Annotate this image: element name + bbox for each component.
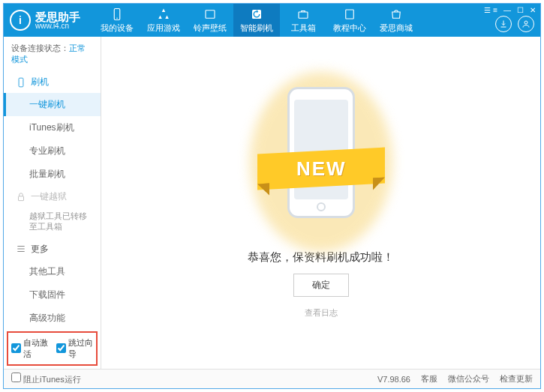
view-log[interactable]: 查看日志 bbox=[305, 307, 338, 319]
success-msg: 恭喜您，保资料刷机成功啦！ bbox=[248, 250, 394, 265]
wechat-link[interactable]: 微信公众号 bbox=[448, 373, 489, 385]
jailbreak-note: 越狱工具已转移至工具箱 bbox=[4, 208, 101, 238]
window: i 爱思助手 www.i4.cn 我的设备 应用游戏 铃声壁纸 智能刷机 工具箱… bbox=[3, 3, 541, 389]
sidebar-item-download[interactable]: 下载固件 bbox=[4, 283, 101, 307]
nav-apps[interactable]: 应用游戏 bbox=[140, 4, 187, 37]
close-icon[interactable]: ✕ bbox=[530, 6, 536, 14]
logo: i 爱思助手 www.i4.cn bbox=[10, 10, 80, 31]
nav-mydevice[interactable]: 我的设备 bbox=[94, 4, 140, 37]
svg-rect-7 bbox=[19, 78, 23, 87]
sidebar-item-advanced[interactable]: 高级功能 bbox=[4, 307, 101, 330]
statusbar: 阻止iTunes运行 V7.98.66 客服 微信公众号 检查更新 bbox=[4, 369, 540, 388]
list-icon bbox=[16, 244, 26, 254]
nav-store[interactable]: 爱思商城 bbox=[373, 4, 419, 37]
svg-rect-8 bbox=[19, 196, 24, 200]
svg-rect-2 bbox=[206, 10, 215, 18]
nav-ringtones[interactable]: 铃声壁纸 bbox=[187, 4, 233, 37]
titlebar: i 爱思助手 www.i4.cn 我的设备 应用游戏 铃声壁纸 智能刷机 工具箱… bbox=[4, 4, 540, 37]
svg-point-6 bbox=[524, 21, 527, 24]
phone-icon bbox=[110, 7, 124, 21]
chk-skipguide[interactable]: 跳过向导 bbox=[56, 337, 94, 360]
wallpaper-icon bbox=[203, 7, 217, 21]
lock-icon bbox=[16, 192, 26, 202]
support-link[interactable]: 客服 bbox=[421, 373, 437, 385]
svg-rect-4 bbox=[299, 12, 308, 18]
sidebar-item-other[interactable]: 其他工具 bbox=[4, 260, 101, 283]
apps-icon bbox=[157, 7, 170, 21]
minimize-icon[interactable]: — bbox=[503, 6, 511, 14]
phone-icon bbox=[16, 77, 26, 88]
nav-tutorial[interactable]: 教程中心 bbox=[326, 4, 373, 37]
maximize-icon[interactable]: ☐ bbox=[517, 6, 524, 14]
phone-graphic: NEW bbox=[265, 87, 377, 237]
sidebar-item-itunes[interactable]: iTunes刷机 bbox=[4, 116, 101, 139]
checkbox-row: 自动激活 跳过向导 bbox=[7, 331, 98, 366]
sidebar-item-pro[interactable]: 专业刷机 bbox=[4, 139, 101, 163]
new-ribbon: NEW bbox=[257, 148, 385, 190]
store-icon bbox=[389, 7, 403, 21]
svg-rect-5 bbox=[346, 10, 354, 19]
sidebar-item-oneclick[interactable]: 一键刷机 bbox=[4, 93, 101, 116]
sidebar-item-batch[interactable]: 批量刷机 bbox=[4, 163, 101, 186]
toolbox-icon bbox=[296, 7, 310, 21]
conn-status: 设备连接状态：正常模式 bbox=[4, 37, 101, 71]
check-update[interactable]: 检查更新 bbox=[500, 373, 533, 385]
sidebar: 设备连接状态：正常模式 刷机 一键刷机 iTunes刷机 专业刷机 批量刷机 一… bbox=[4, 37, 101, 369]
section-flash[interactable]: 刷机 bbox=[4, 71, 101, 93]
refresh-icon bbox=[250, 7, 263, 21]
section-more[interactable]: 更多 bbox=[4, 238, 101, 260]
nav-flash[interactable]: 智能刷机 bbox=[233, 4, 280, 37]
version-label: V7.98.66 bbox=[377, 375, 410, 384]
download-button[interactable] bbox=[495, 16, 512, 32]
top-nav: 我的设备 应用游戏 铃声壁纸 智能刷机 工具箱 教程中心 爱思商城 bbox=[94, 4, 419, 37]
user-button[interactable] bbox=[518, 16, 534, 32]
window-controls: ☰ ≡ — ☐ ✕ bbox=[484, 6, 536, 14]
app-name: 爱思助手 bbox=[35, 11, 80, 22]
section-jailbreak: 一键越狱 bbox=[4, 186, 101, 208]
logo-icon: i bbox=[10, 10, 31, 31]
chk-autoactivate[interactable]: 自动激活 bbox=[11, 337, 49, 360]
book-icon bbox=[343, 7, 356, 21]
chk-block-itunes[interactable]: 阻止iTunes运行 bbox=[11, 373, 81, 385]
menu-icon[interactable]: ☰ ≡ bbox=[484, 6, 497, 14]
main-panel: NEW 恭喜您，保资料刷机成功啦！ 确定 查看日志 bbox=[101, 37, 540, 369]
svg-point-1 bbox=[116, 17, 118, 19]
nav-toolbox[interactable]: 工具箱 bbox=[280, 4, 326, 37]
ok-button[interactable]: 确定 bbox=[293, 274, 349, 297]
app-url: www.i4.cn bbox=[35, 22, 80, 30]
